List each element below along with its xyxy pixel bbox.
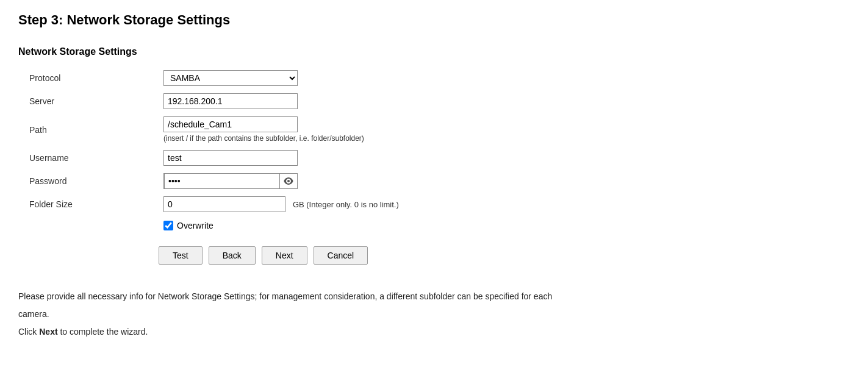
- description-line3-prefix: Click: [18, 327, 39, 337]
- path-cell: (insert / if the path contains the subfo…: [159, 113, 404, 146]
- path-input[interactable]: [163, 116, 298, 132]
- overwrite-checkbox[interactable]: [163, 221, 173, 230]
- protocol-select[interactable]: SAMBA NFS FTP: [163, 70, 298, 86]
- section-title: Network Storage Settings: [18, 46, 850, 57]
- network-storage-form: Network Storage Settings Protocol SAMBA …: [18, 46, 850, 265]
- overwrite-label-cell: [24, 216, 159, 234]
- password-label: Password: [24, 169, 159, 193]
- overwrite-row: Overwrite: [24, 216, 404, 234]
- overwrite-text: Overwrite: [177, 221, 213, 230]
- description-line3: Click Next to complete the wizard.: [18, 324, 850, 340]
- cancel-button[interactable]: Cancel: [314, 246, 368, 265]
- password-input[interactable]: [164, 173, 280, 189]
- server-cell: [159, 90, 404, 113]
- username-label: Username: [24, 146, 159, 169]
- folder-size-suffix: GB (Integer only. 0 is no limit.): [293, 200, 399, 209]
- protocol-label: Protocol: [24, 66, 159, 90]
- password-wrapper: [163, 173, 298, 189]
- protocol-cell: SAMBA NFS FTP: [159, 66, 404, 90]
- eye-icon: [284, 177, 293, 185]
- password-row: Password: [24, 169, 404, 193]
- password-toggle-button[interactable]: [280, 177, 297, 185]
- username-input[interactable]: [163, 150, 298, 166]
- folder-size-input[interactable]: [163, 196, 285, 212]
- protocol-row: Protocol SAMBA NFS FTP: [24, 66, 404, 90]
- overwrite-cell: Overwrite: [159, 216, 404, 234]
- username-row: Username: [24, 146, 404, 169]
- description-line1: Please provide all necessary info for Ne…: [18, 289, 850, 304]
- button-row: Test Back Next Cancel: [159, 246, 850, 265]
- folder-size-cell: GB (Integer only. 0 is no limit.): [159, 193, 404, 216]
- description-line2: camera.: [18, 307, 850, 322]
- username-cell: [159, 146, 404, 169]
- page-title: Step 3: Network Storage Settings: [18, 12, 850, 28]
- back-button[interactable]: Back: [209, 246, 256, 265]
- settings-table: Protocol SAMBA NFS FTP Server Path (inse…: [24, 66, 404, 234]
- server-label: Server: [24, 90, 159, 113]
- path-row: Path (insert / if the path contains the …: [24, 113, 404, 146]
- description-next-bold: Next: [39, 327, 57, 337]
- folder-size-label: Folder Size: [24, 193, 159, 216]
- server-input[interactable]: [163, 93, 298, 109]
- folder-size-row: Folder Size GB (Integer only. 0 is no li…: [24, 193, 404, 216]
- description-section: Please provide all necessary info for Ne…: [18, 289, 850, 340]
- server-row: Server: [24, 90, 404, 113]
- password-cell: [159, 169, 404, 193]
- overwrite-label[interactable]: Overwrite: [163, 221, 399, 230]
- test-button[interactable]: Test: [159, 246, 203, 265]
- next-button[interactable]: Next: [262, 246, 307, 265]
- path-hint: (insert / if the path contains the subfo…: [163, 134, 399, 143]
- description-line3-suffix: to complete the wizard.: [58, 327, 148, 337]
- path-label: Path: [24, 113, 159, 146]
